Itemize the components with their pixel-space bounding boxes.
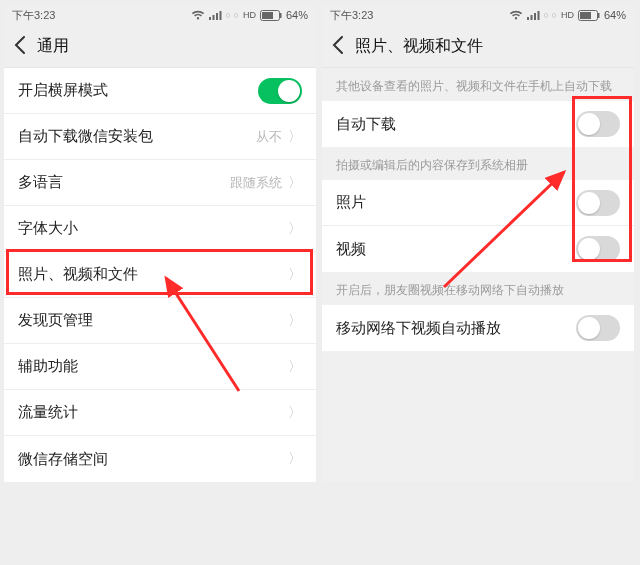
row-label: 发现页管理 [18,311,93,330]
signal-icon [527,10,540,20]
status-time: 下午3:23 [330,8,373,23]
settings-list: 开启横屏模式 自动下载微信安装包 从不 〉 多语言 跟随系统 〉 字体大小 〉 [4,68,316,482]
svg-rect-13 [598,13,600,18]
chevron-right-icon: 〉 [288,312,302,330]
status-icons: ○ ○ HD 64% [191,9,308,21]
svg-rect-0 [209,17,211,20]
status-bar: 下午3:23 ○ ○ HD 64% [4,4,316,26]
row-landscape-mode[interactable]: 开启横屏模式 [4,68,316,114]
chevron-right-icon: 〉 [288,266,302,284]
row-label: 字体大小 [18,219,78,238]
hd-icon: HD [561,10,574,20]
wifi-icon [509,10,523,20]
row-auto-download-pkg[interactable]: 自动下载微信安装包 从不 〉 [4,114,316,160]
phone-right: 下午3:23 ○ ○ HD 64% 照片、视频和文件 其他设备查看的照片、视频和… [322,4,634,482]
row-label: 移动网络下视频自动播放 [336,319,501,338]
row-label: 照片 [336,193,366,212]
chevron-right-icon: 〉 [288,358,302,376]
svg-rect-10 [537,11,539,20]
row-storage[interactable]: 微信存储空间 〉 [4,436,316,482]
row-label: 开启横屏模式 [18,81,108,100]
svg-rect-9 [534,13,536,20]
row-videos[interactable]: 视频 [322,226,634,272]
page-title: 通用 [37,36,69,57]
row-label: 辅助功能 [18,357,78,376]
status-icons: ○ ○ HD 64% [509,9,626,21]
row-media-files[interactable]: 照片、视频和文件 〉 [4,252,316,298]
row-photos[interactable]: 照片 [322,180,634,226]
row-label: 照片、视频和文件 [18,265,138,284]
nav-header: 通用 [4,26,316,68]
row-font-size[interactable]: 字体大小 〉 [4,206,316,252]
battery-pct: 64% [286,9,308,21]
battery-icon [260,10,282,21]
row-value: 跟随系统 [230,174,282,192]
svg-rect-2 [216,13,218,20]
toggle-autoplay[interactable] [576,315,620,341]
row-language[interactable]: 多语言 跟随系统 〉 [4,160,316,206]
chevron-right-icon: 〉 [288,174,302,192]
svg-rect-7 [527,17,529,20]
nav-header: 照片、视频和文件 [322,26,634,68]
phone-left: 下午3:23 ○ ○ HD 64% 通用 开启横屏模式 自动下载微信安装包 [4,4,316,482]
row-label: 多语言 [18,173,63,192]
row-auto-download[interactable]: 自动下载 [322,101,634,147]
chevron-right-icon: 〉 [288,450,302,468]
page-title: 照片、视频和文件 [355,36,483,57]
signal-icon [209,10,222,20]
battery-icon [578,10,600,21]
back-icon[interactable] [14,36,25,57]
toggle-photos[interactable] [576,190,620,216]
section-caption: 其他设备查看的照片、视频和文件在手机上自动下载 [322,68,634,101]
svg-rect-8 [530,15,532,20]
toggle-auto-download[interactable] [576,111,620,137]
row-data-usage[interactable]: 流量统计 〉 [4,390,316,436]
battery-pct: 64% [604,9,626,21]
back-icon[interactable] [332,36,343,57]
chevron-right-icon: 〉 [288,128,302,146]
row-accessibility[interactable]: 辅助功能 〉 [4,344,316,390]
wifi-icon [191,10,205,20]
row-label: 微信存储空间 [18,450,108,469]
row-label: 自动下载 [336,115,396,134]
svg-rect-3 [219,11,221,20]
hd-icon: HD [243,10,256,20]
chevron-right-icon: 〉 [288,404,302,422]
svg-rect-6 [280,13,282,18]
status-bar: 下午3:23 ○ ○ HD 64% [322,4,634,26]
row-autoplay[interactable]: 移动网络下视频自动播放 [322,305,634,351]
status-time: 下午3:23 [12,8,55,23]
svg-rect-12 [580,12,591,19]
svg-rect-1 [212,15,214,20]
row-value: 从不 [256,128,282,146]
toggle-videos[interactable] [576,236,620,262]
row-label: 自动下载微信安装包 [18,127,153,146]
section-caption: 开启后，朋友圈视频在移动网络下自动播放 [322,272,634,305]
row-label: 视频 [336,240,366,259]
row-label: 流量统计 [18,403,78,422]
chevron-right-icon: 〉 [288,220,302,238]
svg-rect-5 [262,12,273,19]
row-discover[interactable]: 发现页管理 〉 [4,298,316,344]
section-caption: 拍摄或编辑后的内容保存到系统相册 [322,147,634,180]
toggle-landscape[interactable] [258,78,302,104]
